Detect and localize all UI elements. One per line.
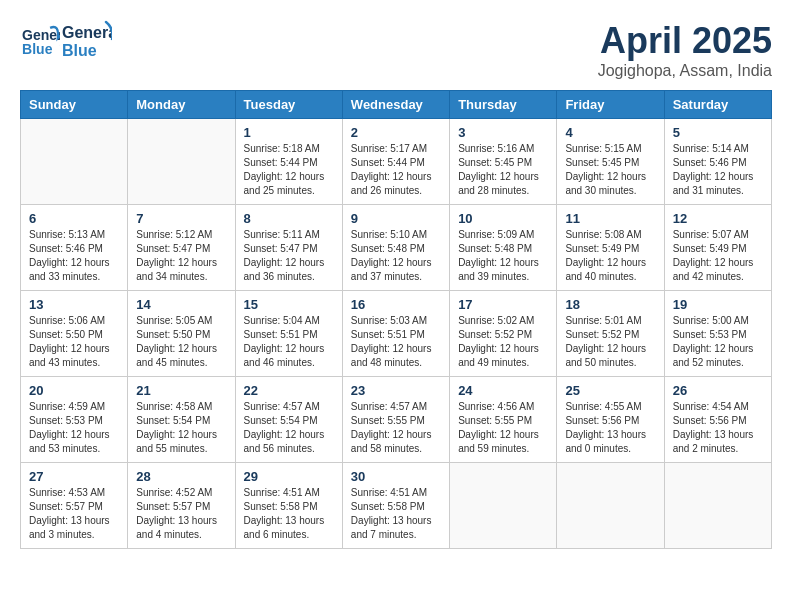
day-info: Sunrise: 5:18 AM Sunset: 5:44 PM Dayligh… [244,142,334,198]
calendar-cell: 12Sunrise: 5:07 AM Sunset: 5:49 PM Dayli… [664,205,771,291]
day-number: 15 [244,297,334,312]
calendar-week-row: 13Sunrise: 5:06 AM Sunset: 5:50 PM Dayli… [21,291,772,377]
day-info: Sunrise: 5:06 AM Sunset: 5:50 PM Dayligh… [29,314,119,370]
weekday-header-tuesday: Tuesday [235,91,342,119]
calendar-cell: 9Sunrise: 5:10 AM Sunset: 5:48 PM Daylig… [342,205,449,291]
calendar-cell: 11Sunrise: 5:08 AM Sunset: 5:49 PM Dayli… [557,205,664,291]
weekday-header-row: SundayMondayTuesdayWednesdayThursdayFrid… [21,91,772,119]
calendar-cell: 20Sunrise: 4:59 AM Sunset: 5:53 PM Dayli… [21,377,128,463]
day-info: Sunrise: 5:01 AM Sunset: 5:52 PM Dayligh… [565,314,655,370]
day-info: Sunrise: 4:59 AM Sunset: 5:53 PM Dayligh… [29,400,119,456]
day-number: 20 [29,383,119,398]
calendar-cell: 26Sunrise: 4:54 AM Sunset: 5:56 PM Dayli… [664,377,771,463]
day-info: Sunrise: 5:11 AM Sunset: 5:47 PM Dayligh… [244,228,334,284]
day-info: Sunrise: 5:17 AM Sunset: 5:44 PM Dayligh… [351,142,441,198]
day-number: 4 [565,125,655,140]
day-number: 26 [673,383,763,398]
day-number: 13 [29,297,119,312]
day-info: Sunrise: 4:51 AM Sunset: 5:58 PM Dayligh… [244,486,334,542]
day-info: Sunrise: 4:57 AM Sunset: 5:55 PM Dayligh… [351,400,441,456]
day-info: Sunrise: 5:07 AM Sunset: 5:49 PM Dayligh… [673,228,763,284]
calendar-cell: 16Sunrise: 5:03 AM Sunset: 5:51 PM Dayli… [342,291,449,377]
day-info: Sunrise: 4:55 AM Sunset: 5:56 PM Dayligh… [565,400,655,456]
calendar-cell: 18Sunrise: 5:01 AM Sunset: 5:52 PM Dayli… [557,291,664,377]
logo: General Blue General Blue [20,20,112,62]
day-info: Sunrise: 4:58 AM Sunset: 5:54 PM Dayligh… [136,400,226,456]
day-number: 16 [351,297,441,312]
svg-text:Blue: Blue [22,40,53,56]
day-number: 10 [458,211,548,226]
calendar-week-row: 6Sunrise: 5:13 AM Sunset: 5:46 PM Daylig… [21,205,772,291]
calendar-cell [450,463,557,549]
day-number: 2 [351,125,441,140]
day-info: Sunrise: 5:10 AM Sunset: 5:48 PM Dayligh… [351,228,441,284]
day-number: 23 [351,383,441,398]
title-block: April 2025 Jogighopa, Assam, India [598,20,772,80]
calendar-cell: 28Sunrise: 4:52 AM Sunset: 5:57 PM Dayli… [128,463,235,549]
weekday-header-monday: Monday [128,91,235,119]
day-number: 9 [351,211,441,226]
calendar-week-row: 1Sunrise: 5:18 AM Sunset: 5:44 PM Daylig… [21,119,772,205]
day-number: 25 [565,383,655,398]
weekday-header-wednesday: Wednesday [342,91,449,119]
day-info: Sunrise: 5:16 AM Sunset: 5:45 PM Dayligh… [458,142,548,198]
weekday-header-thursday: Thursday [450,91,557,119]
day-number: 14 [136,297,226,312]
day-info: Sunrise: 5:14 AM Sunset: 5:46 PM Dayligh… [673,142,763,198]
calendar-cell: 25Sunrise: 4:55 AM Sunset: 5:56 PM Dayli… [557,377,664,463]
calendar-cell: 27Sunrise: 4:53 AM Sunset: 5:57 PM Dayli… [21,463,128,549]
weekday-header-saturday: Saturday [664,91,771,119]
calendar-cell: 2Sunrise: 5:17 AM Sunset: 5:44 PM Daylig… [342,119,449,205]
day-info: Sunrise: 4:54 AM Sunset: 5:56 PM Dayligh… [673,400,763,456]
calendar-cell: 1Sunrise: 5:18 AM Sunset: 5:44 PM Daylig… [235,119,342,205]
day-number: 8 [244,211,334,226]
day-info: Sunrise: 4:57 AM Sunset: 5:54 PM Dayligh… [244,400,334,456]
calendar-cell [21,119,128,205]
day-number: 11 [565,211,655,226]
day-number: 19 [673,297,763,312]
day-number: 17 [458,297,548,312]
calendar-cell: 10Sunrise: 5:09 AM Sunset: 5:48 PM Dayli… [450,205,557,291]
day-number: 29 [244,469,334,484]
calendar-cell: 5Sunrise: 5:14 AM Sunset: 5:46 PM Daylig… [664,119,771,205]
calendar-table: SundayMondayTuesdayWednesdayThursdayFrid… [20,90,772,549]
calendar-cell: 14Sunrise: 5:05 AM Sunset: 5:50 PM Dayli… [128,291,235,377]
day-number: 21 [136,383,226,398]
day-info: Sunrise: 4:52 AM Sunset: 5:57 PM Dayligh… [136,486,226,542]
day-info: Sunrise: 5:04 AM Sunset: 5:51 PM Dayligh… [244,314,334,370]
day-number: 12 [673,211,763,226]
weekday-header-sunday: Sunday [21,91,128,119]
month-title: April 2025 [598,20,772,62]
calendar-cell: 6Sunrise: 5:13 AM Sunset: 5:46 PM Daylig… [21,205,128,291]
day-number: 24 [458,383,548,398]
calendar-cell [664,463,771,549]
calendar-cell [557,463,664,549]
calendar-cell: 21Sunrise: 4:58 AM Sunset: 5:54 PM Dayli… [128,377,235,463]
day-number: 22 [244,383,334,398]
svg-text:Blue: Blue [62,42,97,59]
calendar-cell [128,119,235,205]
day-number: 27 [29,469,119,484]
logo-icon: General Blue [20,24,60,59]
calendar-cell: 19Sunrise: 5:00 AM Sunset: 5:53 PM Dayli… [664,291,771,377]
calendar-cell: 23Sunrise: 4:57 AM Sunset: 5:55 PM Dayli… [342,377,449,463]
day-info: Sunrise: 4:51 AM Sunset: 5:58 PM Dayligh… [351,486,441,542]
day-info: Sunrise: 5:13 AM Sunset: 5:46 PM Dayligh… [29,228,119,284]
day-info: Sunrise: 4:53 AM Sunset: 5:57 PM Dayligh… [29,486,119,542]
calendar-week-row: 20Sunrise: 4:59 AM Sunset: 5:53 PM Dayli… [21,377,772,463]
day-number: 18 [565,297,655,312]
day-info: Sunrise: 5:03 AM Sunset: 5:51 PM Dayligh… [351,314,441,370]
day-number: 30 [351,469,441,484]
calendar-cell: 17Sunrise: 5:02 AM Sunset: 5:52 PM Dayli… [450,291,557,377]
calendar-week-row: 27Sunrise: 4:53 AM Sunset: 5:57 PM Dayli… [21,463,772,549]
calendar-cell: 3Sunrise: 5:16 AM Sunset: 5:45 PM Daylig… [450,119,557,205]
day-info: Sunrise: 5:08 AM Sunset: 5:49 PM Dayligh… [565,228,655,284]
calendar-cell: 13Sunrise: 5:06 AM Sunset: 5:50 PM Dayli… [21,291,128,377]
calendar-cell: 24Sunrise: 4:56 AM Sunset: 5:55 PM Dayli… [450,377,557,463]
day-number: 6 [29,211,119,226]
day-number: 7 [136,211,226,226]
location-subtitle: Jogighopa, Assam, India [598,62,772,80]
calendar-cell: 29Sunrise: 4:51 AM Sunset: 5:58 PM Dayli… [235,463,342,549]
calendar-cell: 7Sunrise: 5:12 AM Sunset: 5:47 PM Daylig… [128,205,235,291]
day-info: Sunrise: 5:15 AM Sunset: 5:45 PM Dayligh… [565,142,655,198]
